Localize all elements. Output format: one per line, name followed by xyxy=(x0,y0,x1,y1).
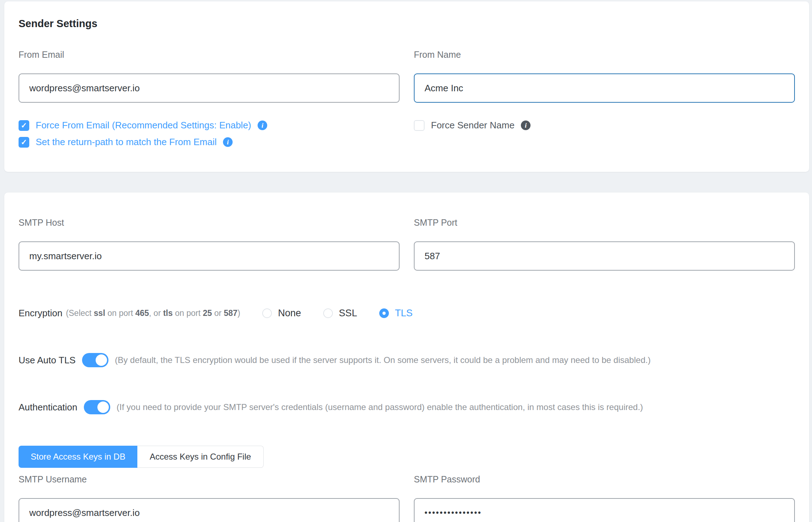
key-storage-tabs: Store Access Keys in DB Access Keys in C… xyxy=(19,446,795,468)
encryption-radio-group: None SSL TLS xyxy=(262,308,412,319)
smtp-port-input[interactable] xyxy=(414,241,795,271)
tab-store-keys-in-db[interactable]: Store Access Keys in DB xyxy=(19,446,137,468)
smtp-password-input[interactable] xyxy=(414,498,795,522)
toggle-knob xyxy=(97,401,109,413)
radio-unselected-icon xyxy=(262,308,272,318)
encryption-label: Encryption xyxy=(19,308,62,319)
authentication-toggle[interactable] xyxy=(84,400,110,414)
force-from-email-checkbox-row[interactable]: ✓ Force From Email (Recommended Settings… xyxy=(19,120,400,131)
return-path-label: Set the return-path to match the From Em… xyxy=(36,137,217,148)
smtp-host-label: SMTP Host xyxy=(19,218,400,228)
smtp-password-label: SMTP Password xyxy=(414,474,795,485)
encryption-row: Encryption (Select ssl on port 465, or t… xyxy=(19,308,795,319)
check-tick-icon: ✓ xyxy=(21,122,27,129)
smtp-host-input[interactable] xyxy=(19,241,400,271)
from-email-options: ✓ Force From Email (Recommended Settings… xyxy=(19,120,400,153)
radio-selected-icon xyxy=(379,308,389,318)
encryption-option-tls[interactable]: TLS xyxy=(379,308,413,319)
encryption-none-label: None xyxy=(278,308,301,319)
encryption-ssl-label: SSL xyxy=(339,308,357,319)
smtp-username-input[interactable] xyxy=(19,498,400,522)
from-email-label: From Email xyxy=(19,50,400,60)
force-sender-name-label: Force Sender Name xyxy=(431,120,514,131)
smtp-port-field: SMTP Port xyxy=(414,218,795,271)
sender-name-options: Force Sender Name i xyxy=(414,120,795,153)
authentication-label: Authentication xyxy=(19,402,77,413)
smtp-settings-page: Sender Settings From Email From Name ✓ F… xyxy=(0,0,812,522)
smtp-settings-card: SMTP Host SMTP Port Encryption (Select s… xyxy=(4,193,809,522)
sender-settings-title: Sender Settings xyxy=(19,18,795,30)
auto-tls-label: Use Auto TLS xyxy=(19,355,76,366)
from-email-input[interactable] xyxy=(19,73,400,103)
from-name-input[interactable] xyxy=(414,73,795,103)
check-tick-icon: ✓ xyxy=(21,138,27,146)
checkbox-unchecked-icon[interactable] xyxy=(414,120,425,131)
encryption-tls-label: TLS xyxy=(395,308,413,319)
smtp-username-field: SMTP Username xyxy=(19,474,400,522)
info-icon[interactable]: i xyxy=(223,137,233,147)
encryption-hint: (Select ssl on port 465, or tls on port … xyxy=(66,308,240,318)
from-name-label: From Name xyxy=(414,50,795,60)
encryption-option-none[interactable]: None xyxy=(262,308,301,319)
smtp-port-label: SMTP Port xyxy=(414,218,795,228)
auto-tls-row: Use Auto TLS (By default, the TLS encryp… xyxy=(19,353,795,367)
encryption-option-ssl[interactable]: SSL xyxy=(323,308,357,319)
toggle-knob xyxy=(96,354,107,366)
checkbox-checked-icon[interactable]: ✓ xyxy=(19,137,29,148)
smtp-username-label: SMTP Username xyxy=(19,474,400,485)
force-sender-name-checkbox-row[interactable]: Force Sender Name i xyxy=(414,120,795,131)
sender-settings-card: Sender Settings From Email From Name ✓ F… xyxy=(4,1,809,172)
force-from-email-label: Force From Email (Recommended Settings: … xyxy=(36,120,251,131)
radio-unselected-icon xyxy=(323,308,333,318)
info-icon[interactable]: i xyxy=(258,121,267,130)
from-name-field: From Name xyxy=(414,50,795,103)
info-icon[interactable]: i xyxy=(521,121,531,130)
tab-keys-in-config-file[interactable]: Access Keys in Config File xyxy=(137,446,263,468)
return-path-checkbox-row[interactable]: ✓ Set the return-path to match the From … xyxy=(19,137,400,148)
smtp-password-field: SMTP Password xyxy=(414,474,795,522)
from-email-field: From Email xyxy=(19,50,400,103)
authentication-description: (If you need to provide your SMTP server… xyxy=(117,402,643,412)
auto-tls-toggle[interactable] xyxy=(82,353,108,367)
authentication-row: Authentication (If you need to provide y… xyxy=(19,400,795,414)
auto-tls-description: (By default, the TLS encryption would be… xyxy=(115,355,651,365)
smtp-host-field: SMTP Host xyxy=(19,218,400,271)
checkbox-checked-icon[interactable]: ✓ xyxy=(19,120,29,131)
